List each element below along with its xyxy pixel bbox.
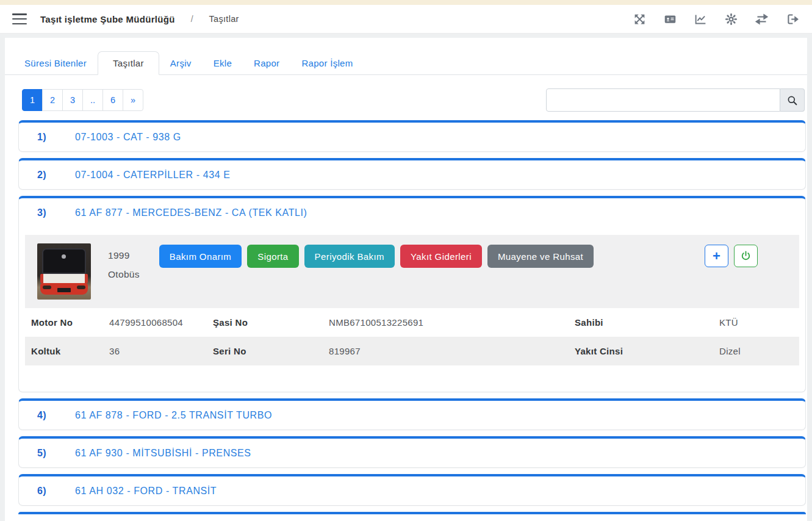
tab-arsiv[interactable]: Arşiv xyxy=(159,52,203,74)
periodic-maintenance-button[interactable]: Periyodik Bakım xyxy=(304,245,395,268)
vehicle-title: 61 AH 032 - FORD - TRANSİT xyxy=(75,486,217,497)
detail-value: KTÜ xyxy=(719,317,799,328)
exchange-icon[interactable] xyxy=(755,13,768,26)
vehicle-title: 07-1004 - CATERPİLLER - 434 E xyxy=(75,170,231,181)
detail-value: 819967 xyxy=(329,346,575,356)
bus-illustration xyxy=(40,248,88,295)
page-button-6[interactable]: 6 xyxy=(102,89,123,111)
vehicle-row-header[interactable]: 4) 61 AF 878 - FORD - 2.5 TRANSİT TURBO xyxy=(19,401,805,429)
vehicle-meta: 1999 Otobüs xyxy=(108,243,140,284)
vehicle-row-header[interactable]: 2) 07-1004 - CATERPİLLER - 434 E xyxy=(19,160,805,189)
vehicle-number: 6) xyxy=(37,486,63,497)
vehicle-number: 4) xyxy=(37,410,63,421)
vehicle-summary-panel: 1999 Otobüs Bakım Onarım Sigorta Periyod… xyxy=(25,235,799,308)
vehicle-item-1: 1) 07-1003 - CAT - 938 G xyxy=(18,120,806,152)
topbar-icons xyxy=(633,13,799,26)
vehicle-title: 61 AF 878 - FORD - 2.5 TRANSİT TURBO xyxy=(75,410,272,421)
detail-value: 44799510068504 xyxy=(109,317,213,328)
add-button[interactable]: + xyxy=(705,245,728,267)
vehicle-list: 1) 07-1003 - CAT - 938 G 2) 07-1004 - CA… xyxy=(5,120,807,514)
top-accent-strip xyxy=(0,0,812,5)
vehicle-number: 1) xyxy=(37,132,63,143)
vehicle-item-5: 5) 61 AF 930 - MİTSUBİSHİ - PRENSES xyxy=(18,436,806,468)
vehicle-title: 07-1003 - CAT - 938 G xyxy=(75,132,181,143)
vehicle-number: 2) xyxy=(37,170,63,181)
tab-tasitlar[interactable]: Taşıtlar xyxy=(98,51,159,75)
detail-label: Motor No xyxy=(31,317,109,328)
id-card-icon[interactable] xyxy=(664,13,677,26)
mini-actions: + xyxy=(705,243,758,267)
content-card: Süresi Bitenler Taşıtlar Arşiv Ekle Rapo… xyxy=(5,38,807,521)
tab-rapor[interactable]: Rapor xyxy=(243,52,290,74)
vehicle-actions: Bakım Onarım Sigorta Periyodik Bakım Yak… xyxy=(159,243,594,268)
pagination: 1 2 3 .. 6 » xyxy=(22,89,143,111)
fuel-expenses-button[interactable]: Yakıt Giderleri xyxy=(400,245,482,268)
detail-value: NMB67100513225691 xyxy=(329,317,575,328)
breadcrumb: Taşıt işletme Şube Müdürlüğü / Taşıtlar xyxy=(40,14,239,24)
vehicle-title: 61 AF 930 - MİTSUBİSHİ - PRENSES xyxy=(75,448,251,459)
insurance-button[interactable]: Sigorta xyxy=(247,245,298,268)
tab-rapor-islem[interactable]: Rapor İşlem xyxy=(290,52,364,74)
tab-ekle[interactable]: Ekle xyxy=(203,52,243,74)
tab-bar: Süresi Bitenler Taşıtlar Arşiv Ekle Rapo… xyxy=(5,38,807,75)
detail-label: Yakıt Cinsi xyxy=(575,346,719,356)
vehicle-row-header[interactable]: 5) 61 AF 930 - MİTSUBİSHİ - PRENSES xyxy=(19,439,805,467)
breadcrumb-separator: / xyxy=(191,14,193,24)
detail-label: Koltuk xyxy=(31,346,109,356)
search-group xyxy=(546,88,805,112)
detail-label: Şasi No xyxy=(213,317,329,328)
page-button-2[interactable]: 2 xyxy=(42,89,63,111)
app-title: Taşıt işletme Şube Müdürlüğü xyxy=(40,14,175,24)
detail-row-1: Motor No 44799510068504 Şasi No NMB67100… xyxy=(25,308,799,337)
search-icon xyxy=(786,95,798,106)
detail-label: Sahibi xyxy=(575,317,719,328)
search-button[interactable] xyxy=(780,88,805,112)
analytics-icon[interactable] xyxy=(694,13,707,26)
maintenance-repair-button[interactable]: Bakım Onarım xyxy=(159,245,242,268)
search-input[interactable] xyxy=(546,88,780,112)
detail-value: 36 xyxy=(109,346,213,356)
power-button[interactable] xyxy=(734,245,758,267)
vehicle-item-6: 6) 61 AH 032 - FORD - TRANSİT xyxy=(18,474,806,506)
vehicle-type: Otobüs xyxy=(108,265,140,284)
menu-icon[interactable] xyxy=(12,13,27,24)
page-button-1[interactable]: 1 xyxy=(22,89,43,111)
vehicle-year: 1999 xyxy=(108,246,140,265)
toolbar: 1 2 3 .. 6 » xyxy=(5,88,807,112)
vehicle-row-header[interactable]: 3) 61 AF 877 - MERCEDES-BENZ - CA (TEK K… xyxy=(19,198,805,227)
logout-icon[interactable] xyxy=(786,13,799,26)
detail-label: Seri No xyxy=(213,346,329,356)
page-ellipsis[interactable]: .. xyxy=(82,89,103,111)
vehicle-title: 61 AF 877 - MERCEDES-BENZ - CA (TEK KATL… xyxy=(75,207,307,218)
page-button-3[interactable]: 3 xyxy=(62,89,83,111)
vehicle-item-2: 2) 07-1004 - CATERPİLLER - 434 E xyxy=(18,158,806,190)
vehicle-row-header[interactable]: 6) 61 AH 032 - FORD - TRANSİT xyxy=(19,476,805,505)
power-icon xyxy=(740,250,752,262)
vehicle-item-3: 3) 61 AF 877 - MERCEDES-BENZ - CA (TEK K… xyxy=(18,196,806,392)
page-next-button[interactable]: » xyxy=(123,89,143,111)
page: Taşıt işletme Şube Müdürlüğü / Taşıtlar xyxy=(0,0,812,521)
tab-suresi-bitenler[interactable]: Süresi Bitenler xyxy=(13,52,98,74)
detail-value: Dizel xyxy=(719,346,799,356)
vehicle-number: 5) xyxy=(37,448,63,459)
vehicle-row-header[interactable]: 1) 07-1003 - CAT - 938 G xyxy=(19,123,805,151)
vehicle-number: 3) xyxy=(37,207,63,218)
inspection-registration-button[interactable]: Muayene ve Ruhsat xyxy=(487,245,594,268)
vehicle-photo[interactable] xyxy=(37,243,91,300)
detail-row-2: Koltuk 36 Seri No 819967 Yakıt Cinsi Diz… xyxy=(25,337,799,365)
settings-icon[interactable] xyxy=(725,13,738,26)
breadcrumb-current: Taşıtlar xyxy=(209,14,239,24)
vehicle-detail-panel: 1999 Otobüs Bakım Onarım Sigorta Periyod… xyxy=(25,235,799,392)
fullscreen-icon[interactable] xyxy=(633,13,646,26)
topbar: Taşıt işletme Şube Müdürlüğü / Taşıtlar xyxy=(0,5,812,34)
next-vehicle-item-peek xyxy=(18,512,806,514)
vehicle-item-4: 4) 61 AF 878 - FORD - 2.5 TRANSİT TURBO xyxy=(18,398,806,430)
